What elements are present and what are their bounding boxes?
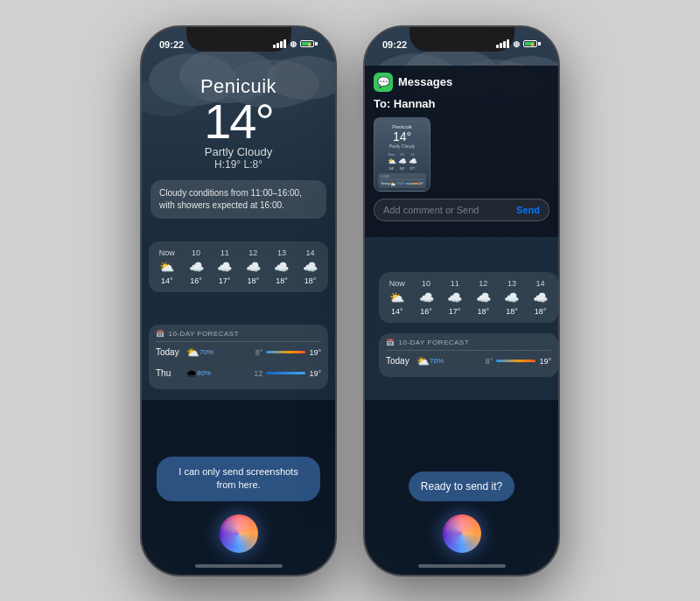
status-bar-right: 09:22 ⊛ ⚡ [365, 27, 558, 66]
message-input-row[interactable]: Add comment or Send Send [374, 199, 550, 221]
send-button[interactable]: Send [516, 205, 540, 215]
ten-day-header: 📅 10-DAY FORECAST [156, 330, 321, 342]
signal-icon [273, 39, 286, 48]
siri-ready-message: Ready to send it? [409, 472, 514, 501]
hour-item-r5: 14 ☁️ 18° [533, 279, 548, 316]
hour-item-2: 11 ☁️ 17° [217, 248, 232, 285]
wifi-icon: ⊛ [290, 39, 297, 49]
hourly-forecast: Now ⛅ 14° 10 ☁️ 16° 11 ☁️ 17° [149, 241, 328, 292]
siri-orb[interactable] [220, 514, 258, 553]
hour-item-r2: 11 ☁️ 17° [447, 279, 462, 316]
ten-day-forecast: 📅 10-DAY FORECAST Today ⛅ 70% 8° 19° Thu… [149, 325, 328, 389]
messages-app-icon: 💬 [374, 73, 393, 92]
main-temperature: 14° [142, 93, 335, 150]
forecast-description: Cloudy conditions from 11:00–16:00, with… [150, 180, 326, 219]
status-time: 09:22 [159, 39, 184, 50]
hour-item-5: 14 ☁️ 18° [303, 248, 318, 285]
siri-panel-right: Ready to send it? [365, 400, 558, 575]
siri-orb-right[interactable] [443, 514, 481, 553]
ten-day-forecast-right: 📅 10-DAY FORECAST Today ⛅ 70% 8° 19° [372, 333, 551, 377]
siri-message: I can only send screenshots from here. [157, 457, 321, 501]
preview-description: Partly Cloudy [389, 143, 416, 149]
preview-temperature: 14° [393, 129, 411, 143]
signal-icon-right [496, 39, 509, 48]
messages-overlay: 💬 Messages To: Hannah Penicuik 14° Partl… [365, 66, 558, 237]
to-field: To: Hannah [374, 97, 550, 110]
temp-bar-0 [266, 351, 305, 353]
hour-item-1: 10 ☁️ 16° [189, 248, 204, 285]
status-bar: 09:22 ⊛ ⚡ [142, 27, 335, 66]
hour-item-r4: 13 ☁️ 18° [504, 279, 519, 316]
siri-panel: I can only send screenshots from here. [142, 400, 335, 575]
forecast-row-r0: Today ⛅ 70% 8° 19° [386, 351, 551, 372]
hour-item-3: 12 ☁️ 18° [246, 248, 261, 285]
ten-day-header-right: 📅 10-DAY FORECAST [386, 339, 551, 351]
right-phone: 09:22 ⊛ ⚡ [363, 25, 560, 577]
hour-item-4: 13 ☁️ 18° [274, 248, 289, 285]
message-placeholder: Add comment or Send [383, 205, 511, 215]
status-time-right: 09:22 [382, 39, 407, 50]
hour-item-r0: Now ⛅ 14° [389, 279, 405, 316]
hourly-forecast-right: Now ⛅ 14° 10 ☁️ 16° 11 ☁️ 17° [372, 272, 551, 323]
hour-item-r1: 10 ☁️ 16° [419, 279, 434, 316]
hour-item-r3: 12 ☁️ 18° [476, 279, 491, 316]
home-bar-right[interactable] [418, 564, 506, 568]
forecast-row-0: Today ⛅ 70% 8° 19° [156, 342, 321, 363]
hour-item-0: Now ⛅ 14° [159, 248, 175, 285]
battery-icon: ⚡ [300, 40, 318, 47]
weather-description: Partly Cloudy [142, 145, 335, 158]
messages-app-header: 💬 Messages [374, 73, 550, 92]
temp-bar-1 [266, 372, 305, 374]
wifi-icon-right: ⊛ [513, 39, 520, 49]
home-bar[interactable] [195, 564, 283, 568]
battery-icon-right: ⚡ [523, 40, 541, 47]
screenshot-preview: Penicuik 14° Partly Cloudy Now ⛅ 14° 10 [374, 117, 430, 192]
left-phone: 09:22 ⊛ ⚡ [140, 25, 337, 577]
temp-bar-r0 [496, 360, 536, 362]
high-low: H:19° L:8° [142, 158, 335, 171]
messages-app-name: Messages [398, 75, 452, 88]
forecast-row-1: Thu 🌧 80% 12 19° [156, 363, 321, 384]
